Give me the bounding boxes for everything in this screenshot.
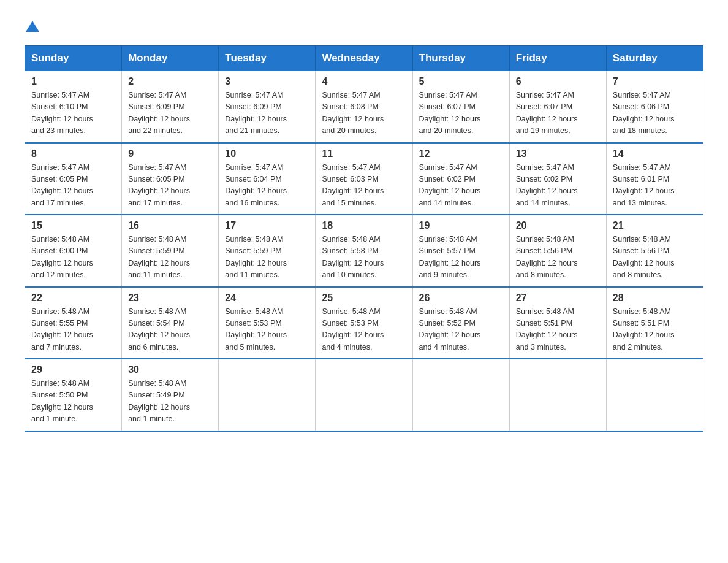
calendar-day-cell: 5Sunrise: 5:47 AMSunset: 6:07 PMDaylight… — [412, 71, 509, 143]
calendar-week-row: 15Sunrise: 5:48 AMSunset: 6:00 PMDayligh… — [25, 215, 703, 287]
calendar-day-cell: 2Sunrise: 5:47 AMSunset: 6:09 PMDaylight… — [122, 71, 219, 143]
calendar-day-cell: 17Sunrise: 5:48 AMSunset: 5:59 PMDayligh… — [219, 215, 316, 287]
day-number: 10 — [225, 148, 309, 159]
day-info: Sunrise: 5:48 AMSunset: 5:56 PMDaylight:… — [516, 234, 600, 282]
calendar-day-cell: 1Sunrise: 5:47 AMSunset: 6:10 PMDaylight… — [25, 71, 122, 143]
calendar-week-row: 22Sunrise: 5:48 AMSunset: 5:55 PMDayligh… — [25, 287, 703, 359]
day-info: Sunrise: 5:47 AMSunset: 6:04 PMDaylight:… — [225, 162, 309, 210]
day-info: Sunrise: 5:47 AMSunset: 6:06 PMDaylight:… — [613, 90, 697, 137]
day-number: 23 — [128, 293, 212, 304]
day-number: 3 — [225, 76, 309, 87]
day-number: 1 — [31, 76, 115, 87]
calendar-day-cell: 16Sunrise: 5:48 AMSunset: 5:59 PMDayligh… — [122, 215, 219, 287]
day-info: Sunrise: 5:48 AMSunset: 5:56 PMDaylight:… — [613, 234, 697, 282]
page-header — [25, 18, 703, 33]
day-of-week-thursday: Thursday — [412, 46, 509, 71]
calendar-day-cell: 11Sunrise: 5:47 AMSunset: 6:03 PMDayligh… — [316, 143, 412, 215]
calendar-day-cell: 18Sunrise: 5:48 AMSunset: 5:58 PMDayligh… — [316, 215, 412, 287]
calendar-day-cell: 21Sunrise: 5:48 AMSunset: 5:56 PMDayligh… — [606, 215, 703, 287]
calendar-day-cell: 13Sunrise: 5:47 AMSunset: 6:02 PMDayligh… — [509, 143, 606, 215]
day-number: 12 — [419, 148, 503, 159]
calendar-header-row: SundayMondayTuesdayWednesdayThursdayFrid… — [25, 46, 703, 71]
day-info: Sunrise: 5:47 AMSunset: 6:08 PMDaylight:… — [322, 90, 406, 137]
day-info: Sunrise: 5:47 AMSunset: 6:02 PMDaylight:… — [516, 162, 600, 210]
calendar-day-cell: 25Sunrise: 5:48 AMSunset: 5:53 PMDayligh… — [316, 287, 412, 359]
day-number: 15 — [31, 220, 115, 231]
calendar-day-cell: 23Sunrise: 5:48 AMSunset: 5:54 PMDayligh… — [122, 287, 219, 359]
day-number: 17 — [225, 220, 309, 231]
calendar-day-cell: 26Sunrise: 5:48 AMSunset: 5:52 PMDayligh… — [412, 287, 509, 359]
day-of-week-friday: Friday — [509, 46, 606, 71]
calendar-day-cell: 29Sunrise: 5:48 AMSunset: 5:50 PMDayligh… — [25, 359, 122, 431]
day-number: 30 — [128, 364, 212, 375]
day-info: Sunrise: 5:47 AMSunset: 6:03 PMDaylight:… — [322, 162, 406, 210]
day-number: 29 — [31, 364, 115, 375]
calendar-day-cell: 30Sunrise: 5:48 AMSunset: 5:49 PMDayligh… — [122, 359, 219, 431]
day-number: 25 — [322, 293, 406, 304]
day-info: Sunrise: 5:47 AMSunset: 6:02 PMDaylight:… — [419, 162, 503, 210]
day-number: 4 — [322, 76, 406, 87]
day-info: Sunrise: 5:48 AMSunset: 5:49 PMDaylight:… — [128, 378, 212, 426]
calendar-day-cell — [412, 359, 509, 431]
calendar-day-cell — [316, 359, 412, 431]
day-number: 28 — [613, 293, 697, 304]
calendar-day-cell: 15Sunrise: 5:48 AMSunset: 6:00 PMDayligh… — [25, 215, 122, 287]
day-info: Sunrise: 5:48 AMSunset: 5:58 PMDaylight:… — [322, 234, 406, 282]
calendar-day-cell — [606, 359, 703, 431]
day-number: 2 — [128, 76, 212, 87]
day-number: 9 — [128, 148, 212, 159]
calendar-day-cell: 7Sunrise: 5:47 AMSunset: 6:06 PMDaylight… — [606, 71, 703, 143]
day-info: Sunrise: 5:47 AMSunset: 6:05 PMDaylight:… — [128, 162, 212, 210]
calendar-day-cell: 12Sunrise: 5:47 AMSunset: 6:02 PMDayligh… — [412, 143, 509, 215]
calendar-day-cell: 3Sunrise: 5:47 AMSunset: 6:09 PMDaylight… — [219, 71, 316, 143]
day-info: Sunrise: 5:47 AMSunset: 6:07 PMDaylight:… — [516, 90, 600, 137]
day-info: Sunrise: 5:48 AMSunset: 5:59 PMDaylight:… — [128, 234, 212, 282]
day-number: 24 — [225, 293, 309, 304]
calendar-week-row: 8Sunrise: 5:47 AMSunset: 6:05 PMDaylight… — [25, 143, 703, 215]
day-info: Sunrise: 5:48 AMSunset: 6:00 PMDaylight:… — [31, 234, 115, 282]
day-of-week-tuesday: Tuesday — [219, 46, 316, 71]
day-number: 11 — [322, 148, 406, 159]
svg-marker-0 — [26, 21, 39, 32]
day-number: 13 — [516, 148, 600, 159]
day-info: Sunrise: 5:48 AMSunset: 5:52 PMDaylight:… — [419, 306, 503, 354]
logo-triangle-icon — [26, 20, 39, 33]
day-number: 6 — [516, 76, 600, 87]
day-info: Sunrise: 5:48 AMSunset: 5:53 PMDaylight:… — [225, 306, 309, 354]
day-info: Sunrise: 5:48 AMSunset: 5:51 PMDaylight:… — [516, 306, 600, 354]
day-number: 18 — [322, 220, 406, 231]
calendar-week-row: 29Sunrise: 5:48 AMSunset: 5:50 PMDayligh… — [25, 359, 703, 431]
day-of-week-saturday: Saturday — [606, 46, 703, 71]
calendar-day-cell — [509, 359, 606, 431]
day-info: Sunrise: 5:48 AMSunset: 5:50 PMDaylight:… — [31, 378, 115, 426]
calendar-day-cell: 20Sunrise: 5:48 AMSunset: 5:56 PMDayligh… — [509, 215, 606, 287]
calendar-day-cell — [219, 359, 316, 431]
day-number: 16 — [128, 220, 212, 231]
day-number: 21 — [613, 220, 697, 231]
day-info: Sunrise: 5:48 AMSunset: 5:51 PMDaylight:… — [613, 306, 697, 354]
day-info: Sunrise: 5:47 AMSunset: 6:09 PMDaylight:… — [225, 90, 309, 137]
calendar-day-cell: 8Sunrise: 5:47 AMSunset: 6:05 PMDaylight… — [25, 143, 122, 215]
calendar-day-cell: 9Sunrise: 5:47 AMSunset: 6:05 PMDaylight… — [122, 143, 219, 215]
day-number: 8 — [31, 148, 115, 159]
day-info: Sunrise: 5:48 AMSunset: 5:54 PMDaylight:… — [128, 306, 212, 354]
day-of-week-sunday: Sunday — [25, 46, 122, 71]
calendar-day-cell: 6Sunrise: 5:47 AMSunset: 6:07 PMDaylight… — [509, 71, 606, 143]
calendar-table: SundayMondayTuesdayWednesdayThursdayFrid… — [25, 45, 703, 432]
calendar-day-cell: 22Sunrise: 5:48 AMSunset: 5:55 PMDayligh… — [25, 287, 122, 359]
day-of-week-wednesday: Wednesday — [316, 46, 412, 71]
calendar-day-cell: 14Sunrise: 5:47 AMSunset: 6:01 PMDayligh… — [606, 143, 703, 215]
day-of-week-monday: Monday — [122, 46, 219, 71]
day-info: Sunrise: 5:48 AMSunset: 5:57 PMDaylight:… — [419, 234, 503, 282]
day-info: Sunrise: 5:47 AMSunset: 6:07 PMDaylight:… — [419, 90, 503, 137]
calendar-day-cell: 4Sunrise: 5:47 AMSunset: 6:08 PMDaylight… — [316, 71, 412, 143]
day-info: Sunrise: 5:48 AMSunset: 5:53 PMDaylight:… — [322, 306, 406, 354]
day-info: Sunrise: 5:48 AMSunset: 5:55 PMDaylight:… — [31, 306, 115, 354]
day-number: 27 — [516, 293, 600, 304]
calendar-day-cell: 24Sunrise: 5:48 AMSunset: 5:53 PMDayligh… — [219, 287, 316, 359]
calendar-day-cell: 28Sunrise: 5:48 AMSunset: 5:51 PMDayligh… — [606, 287, 703, 359]
day-number: 7 — [613, 76, 697, 87]
calendar-day-cell: 10Sunrise: 5:47 AMSunset: 6:04 PMDayligh… — [219, 143, 316, 215]
day-number: 20 — [516, 220, 600, 231]
day-number: 19 — [419, 220, 503, 231]
